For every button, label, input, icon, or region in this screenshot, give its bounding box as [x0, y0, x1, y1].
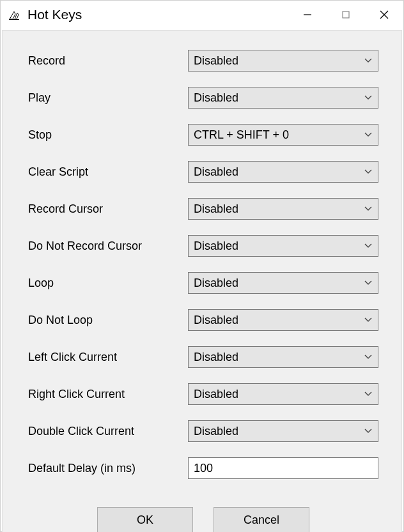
- chevron-down-icon: [359, 58, 378, 63]
- svg-rect-2: [343, 11, 349, 18]
- maximize-icon: [341, 10, 350, 19]
- titlebar: Hot Keys: [1, 1, 403, 29]
- dropdown-record[interactable]: Disabled: [188, 50, 378, 72]
- dropdown-do-not-record-cursor[interactable]: Disabled: [188, 235, 378, 257]
- chevron-down-icon: [359, 169, 378, 174]
- minimize-button[interactable]: [288, 1, 327, 29]
- row-stop: Stop CTRL + SHIFT + 0: [28, 124, 378, 146]
- row-clear-script: Clear Script Disabled: [28, 161, 378, 183]
- label-play: Play: [28, 91, 188, 105]
- row-play: Play Disabled: [28, 87, 378, 109]
- dropdown-value: Disabled: [194, 202, 359, 216]
- chevron-down-icon: [359, 354, 378, 360]
- close-button[interactable]: [365, 1, 403, 29]
- label-stop: Stop: [28, 128, 188, 142]
- row-do-not-loop: Do Not Loop Disabled: [28, 309, 378, 331]
- chevron-down-icon: [359, 317, 378, 323]
- dropdown-value: CTRL + SHIFT + 0: [194, 128, 359, 142]
- row-loop: Loop Disabled: [28, 272, 378, 294]
- cancel-button[interactable]: Cancel: [214, 507, 309, 532]
- chevron-down-icon: [359, 132, 378, 137]
- label-do-not-loop: Do Not Loop: [28, 314, 188, 327]
- dropdown-play[interactable]: Disabled: [188, 87, 378, 109]
- chevron-down-icon: [359, 95, 378, 100]
- label-record: Record: [28, 54, 188, 68]
- minimize-icon: [303, 10, 312, 19]
- row-default-delay: Default Delay (in ms): [28, 457, 378, 479]
- dialog-buttons: OK Cancel: [28, 507, 378, 532]
- chevron-down-icon: [359, 429, 378, 434]
- maximize-button[interactable]: [327, 1, 365, 29]
- dropdown-value: Disabled: [194, 388, 359, 401]
- chevron-down-icon: [359, 243, 378, 248]
- row-double-click-current: Double Click Current Disabled: [28, 420, 378, 442]
- ok-button[interactable]: OK: [97, 507, 193, 532]
- row-record: Record Disabled: [28, 50, 378, 72]
- label-clear-script: Clear Script: [28, 165, 188, 179]
- dropdown-clear-script[interactable]: Disabled: [188, 161, 378, 183]
- dropdown-value: Disabled: [194, 91, 359, 105]
- row-right-click-current: Right Click Current Disabled: [28, 383, 378, 405]
- dropdown-loop[interactable]: Disabled: [188, 272, 378, 294]
- dropdown-left-click-current[interactable]: Disabled: [188, 346, 378, 368]
- dropdown-stop[interactable]: CTRL + SHIFT + 0: [188, 124, 378, 146]
- dropdown-value: Disabled: [194, 54, 359, 68]
- dialog-body: Record Disabled Play Disabled Stop CTRL …: [2, 30, 402, 532]
- chevron-down-icon: [359, 280, 378, 285]
- dropdown-double-click-current[interactable]: Disabled: [188, 420, 378, 442]
- dropdown-value: Disabled: [194, 165, 359, 179]
- label-do-not-record-cursor: Do Not Record Cursor: [28, 239, 188, 253]
- label-default-delay: Default Delay (in ms): [28, 462, 188, 475]
- dropdown-value: Disabled: [194, 314, 359, 327]
- label-double-click-current: Double Click Current: [28, 425, 188, 438]
- label-left-click-current: Left Click Current: [28, 351, 188, 364]
- app-icon: [7, 8, 21, 22]
- window-title: Hot Keys: [27, 7, 82, 22]
- dropdown-right-click-current[interactable]: Disabled: [188, 383, 378, 405]
- row-do-not-record-cursor: Do Not Record Cursor Disabled: [28, 235, 378, 257]
- label-record-cursor: Record Cursor: [28, 202, 188, 216]
- close-icon: [380, 10, 389, 19]
- row-record-cursor: Record Cursor Disabled: [28, 198, 378, 220]
- chevron-down-icon: [359, 206, 378, 211]
- label-right-click-current: Right Click Current: [28, 388, 188, 401]
- chevron-down-icon: [359, 391, 378, 397]
- dropdown-record-cursor[interactable]: Disabled: [188, 198, 378, 220]
- dropdown-value: Disabled: [194, 239, 359, 253]
- dropdown-do-not-loop[interactable]: Disabled: [188, 309, 378, 331]
- input-default-delay[interactable]: [188, 457, 378, 479]
- label-loop: Loop: [28, 277, 188, 290]
- dropdown-value: Disabled: [194, 277, 359, 290]
- dropdown-value: Disabled: [194, 425, 359, 438]
- svg-rect-0: [9, 19, 19, 20]
- dropdown-value: Disabled: [194, 351, 359, 364]
- row-left-click-current: Left Click Current Disabled: [28, 346, 378, 368]
- hotkeys-dialog: Hot Keys Record Disabled: [0, 0, 404, 532]
